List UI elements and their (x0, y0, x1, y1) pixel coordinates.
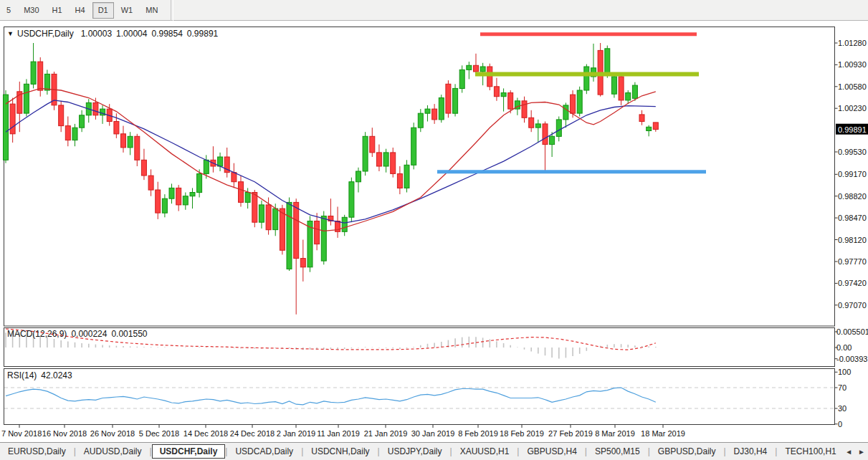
price-axis-label: 0.99530 (838, 148, 867, 156)
tab-scroll-controls: ◄► (841, 443, 865, 460)
chart-tabbar: EURUSD,Daily|AUDUSD,Daily|USDCHF,Daily|U… (0, 442, 868, 460)
candle-body (632, 85, 637, 98)
date-axis-label: 14 Dec 2018 (183, 429, 228, 438)
candle-body (239, 182, 244, 203)
candle-body (218, 157, 223, 166)
timeframe-button-h1[interactable]: H1 (47, 2, 68, 19)
candle-body (38, 62, 43, 90)
candle-body (543, 124, 548, 145)
candle-body (300, 259, 305, 267)
candle-body (647, 127, 652, 130)
date-axis-label: 11 Jan 2019 (317, 429, 360, 438)
candle-body (349, 182, 354, 218)
price-axis[interactable]: 1.012801.009301.005801.002300.995300.991… (835, 39, 868, 310)
candle-body (619, 77, 624, 100)
timeframe-button-mn[interactable]: MN (140, 2, 163, 19)
chart-tab-gbpusd[interactable]: GBPUSD,Daily (650, 444, 724, 459)
candle-body (397, 174, 402, 188)
candle-body (259, 205, 264, 222)
macd-signal-value: 0.001550 (111, 329, 147, 339)
chart-tab-usdcnh[interactable]: USDCNH,Daily (303, 444, 377, 459)
candle-body (411, 128, 416, 165)
candle-body (432, 109, 437, 120)
candle-body (24, 84, 29, 113)
candle-body (59, 105, 64, 126)
tab-scroll-left-icon[interactable]: ◄ (845, 448, 852, 456)
chart-tab-usdchf[interactable]: USDCHF,Daily (152, 444, 226, 459)
candle-body (135, 136, 140, 160)
date-axis-label: 7 Nov 2018 (1, 429, 42, 438)
price-axis-label: 0.97070 (838, 301, 867, 310)
candle-body (550, 136, 555, 144)
candle-body (501, 93, 506, 97)
candle-body (467, 65, 472, 70)
candle-body (114, 122, 119, 134)
chart-tab-usdjpy[interactable]: USDJPY,Daily (380, 444, 450, 459)
chart-tab-gbpusd[interactable]: GBPUSD,H4 (519, 444, 584, 459)
ohlc-high: 1.00004 (116, 29, 148, 39)
price-axis-label: 1.01280 (838, 39, 867, 47)
candle-body (190, 193, 195, 196)
candle-body (31, 62, 36, 84)
timeframe-button-5[interactable]: 5 (1, 2, 16, 19)
candle-body (4, 95, 9, 160)
rsi-axis: 10070300 (835, 368, 852, 428)
date-axis-label: 27 Feb 2019 (548, 429, 593, 438)
candle-body (148, 176, 153, 190)
current-price-text: 0.99891 (838, 125, 867, 134)
candle-body (128, 136, 133, 148)
candle-body (65, 126, 70, 140)
price-axis-label: 1.00930 (838, 60, 867, 69)
ohlc-close: 0.99891 (187, 29, 219, 39)
candle-body (10, 104, 15, 134)
rsi-axis-label: 70 (838, 383, 846, 392)
candle-body (176, 188, 181, 205)
chart-dropdown-icon[interactable]: ▼ (7, 30, 14, 37)
candle-body (494, 87, 499, 97)
timeframe-button-d1[interactable]: D1 (92, 2, 114, 19)
candle-body (342, 217, 347, 231)
timeframe-button-m30[interactable]: M30 (18, 2, 44, 19)
main-chart-plot-area[interactable] (4, 27, 835, 327)
macd-value: 0.000224 (71, 329, 107, 339)
rsi-axis-label: 100 (838, 368, 851, 376)
price-axis-label: 1.00230 (838, 104, 867, 112)
candle-body (556, 120, 561, 137)
candle-body (93, 102, 98, 115)
chart-tab-eurusd[interactable]: EURUSD,Daily (0, 444, 74, 459)
date-axis-label: 18 Feb 2019 (500, 429, 544, 438)
chart-tab-dj30[interactable]: DJ30,H4 (726, 444, 776, 459)
timeframe-button-h4[interactable]: H4 (70, 2, 91, 19)
chart-tab-sp500[interactable]: SP500,M15 (587, 444, 648, 459)
candle-body (162, 198, 167, 213)
candle-body (315, 221, 320, 244)
candle-body (418, 113, 423, 128)
candle-body (425, 109, 430, 113)
candle-body (529, 118, 534, 128)
candle-body (577, 90, 582, 113)
date-axis-label: 5 Dec 2018 (139, 429, 179, 438)
date-axis-label: 30 Jan 2019 (411, 429, 455, 438)
candle-body (391, 153, 396, 174)
date-axis[interactable]: 7 Nov 201816 Nov 201826 Nov 20185 Dec 20… (1, 425, 685, 439)
rsi-plot-area[interactable] (4, 369, 835, 425)
tab-scroll-right-icon[interactable]: ► (858, 448, 865, 456)
macd-axis-label: 0.005501 (836, 327, 868, 336)
candle-body (252, 193, 257, 223)
candle-body (480, 67, 485, 72)
candle-body (121, 134, 126, 148)
chart-area[interactable]: 1.012801.009301.005801.002300.995300.991… (0, 21, 868, 442)
chart-tab-tech100[interactable]: TECH100,H1 (777, 444, 844, 459)
price-axis-label: 0.98120 (838, 236, 867, 244)
candle-body (72, 128, 77, 140)
candle-body (141, 160, 146, 176)
chart-title: USDCHF,Daily1.000031.000040.998540.99891 (17, 29, 219, 39)
chart-tab-audusd[interactable]: AUDUSD,Daily (76, 444, 150, 459)
timeframe-button-w1[interactable]: W1 (115, 2, 139, 19)
chart-tab-xauusd[interactable]: XAUUSD,H1 (452, 444, 518, 459)
chart-tab-usdcad[interactable]: USDCAD,Daily (227, 444, 301, 459)
candle-body (611, 77, 616, 94)
candle-body (273, 209, 278, 230)
symbol-label: USDCHF,Daily (17, 29, 74, 39)
price-axis-label: 0.97420 (838, 279, 867, 287)
